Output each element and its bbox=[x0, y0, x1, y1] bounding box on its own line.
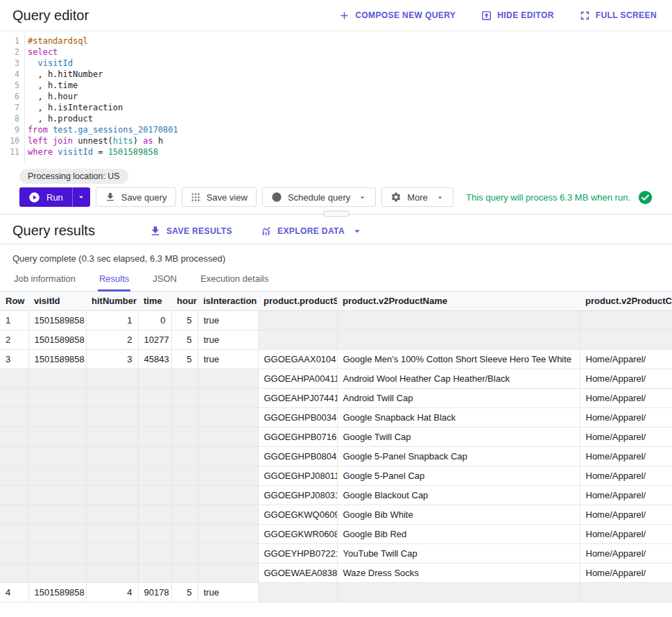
table-cell: GGOEAHPJ074410 bbox=[258, 388, 337, 407]
empty-cell bbox=[138, 563, 171, 582]
hide-editor-button[interactable]: HIDE EDITOR bbox=[481, 10, 554, 22]
column-header: Row bbox=[0, 291, 28, 310]
query-complete-summary: Query complete (0.3 sec elapsed, 6.3 MB … bbox=[0, 244, 672, 264]
table-cell: Google Snapback Hat Black bbox=[337, 407, 580, 427]
table-cell: 1501589858 bbox=[28, 310, 86, 330]
processing-location-chip: Processing location: US bbox=[19, 169, 128, 184]
table-row: GGOEAHPJ074410Android Twill CapHome/Appa… bbox=[0, 388, 672, 407]
empty-cell bbox=[28, 524, 86, 543]
sql-code[interactable]: #standardsqlselect visitId , h.hitNumber… bbox=[25, 31, 672, 163]
empty-cell bbox=[86, 407, 138, 427]
empty-cell bbox=[0, 427, 28, 446]
run-button[interactable]: Run bbox=[19, 187, 72, 207]
code-line: , h.hitNumber bbox=[28, 69, 672, 80]
schedule-query-button[interactable]: Schedule query bbox=[262, 187, 376, 207]
line-number: 6 bbox=[0, 91, 24, 102]
empty-cell bbox=[258, 582, 337, 602]
run-dropdown-button[interactable] bbox=[72, 187, 90, 207]
table-row: GGOEGHPJ080310Google Blackout CapHome/Ap… bbox=[0, 485, 672, 505]
chart-icon bbox=[260, 225, 273, 237]
table-row: GGOEGHPB003410Google Snapback Hat BlackH… bbox=[0, 407, 672, 427]
empty-cell bbox=[0, 543, 28, 563]
empty-cell bbox=[0, 407, 28, 427]
table-cell: 3 bbox=[86, 349, 138, 369]
explore-data-button[interactable]: EXPLORE DATA bbox=[260, 225, 363, 237]
gear-icon bbox=[390, 192, 402, 203]
empty-cell bbox=[171, 446, 198, 466]
empty-cell bbox=[580, 310, 672, 330]
empty-cell bbox=[171, 563, 198, 582]
table-row: GGOEGKWQ060910Google Bib WhiteHome/Appar… bbox=[0, 505, 672, 524]
empty-cell bbox=[28, 505, 86, 524]
table-cell: Home/Apparel/ bbox=[580, 524, 672, 543]
empty-cell bbox=[86, 485, 138, 505]
table-row: GGOEWAEA083899Waze Dress SocksHome/Appar… bbox=[0, 563, 672, 582]
code-line: where visitId = 1501589858 bbox=[28, 146, 672, 158]
empty-cell bbox=[138, 485, 171, 505]
tab-job-information[interactable]: Job information bbox=[12, 266, 77, 291]
table-cell: Home/Apparel/ bbox=[580, 369, 672, 388]
tab-results[interactable]: Results bbox=[98, 266, 130, 291]
line-number: 9 bbox=[0, 124, 24, 135]
table-cell: true bbox=[198, 582, 258, 602]
table-cell: 4 bbox=[0, 582, 28, 602]
compose-new-query-button[interactable]: COMPOSE NEW QUERY bbox=[338, 10, 456, 22]
table-row: 11501589858105true bbox=[0, 310, 672, 330]
save-view-label: Save view bbox=[207, 192, 248, 203]
table-cell: Google Bib Red bbox=[337, 524, 580, 543]
empty-cell bbox=[86, 427, 138, 446]
table-cell: GGOEGHPB071610 bbox=[258, 427, 337, 446]
save-view-button[interactable]: Save view bbox=[182, 187, 257, 207]
line-number: 4 bbox=[0, 69, 24, 80]
full-screen-label: FULL SCREEN bbox=[596, 10, 657, 20]
check-circle-icon bbox=[638, 190, 653, 205]
line-number: 1 bbox=[0, 35, 24, 47]
pane-splitter[interactable] bbox=[0, 210, 672, 218]
empty-cell bbox=[138, 466, 171, 485]
code-line: visitId bbox=[28, 58, 672, 69]
save-query-button[interactable]: Save query bbox=[96, 187, 176, 207]
table-header-row: RowvisitIdhitNumbertimehourisInteraction… bbox=[0, 291, 672, 310]
query-editor-header: Query editor COMPOSE NEW QUERY HIDE EDIT… bbox=[0, 0, 672, 31]
tab-json[interactable]: JSON bbox=[151, 266, 178, 291]
table-cell: Google 5-Panel Cap bbox=[337, 466, 580, 485]
table-cell: Home/Apparel/ bbox=[580, 505, 672, 524]
results-title: Query results bbox=[12, 223, 95, 239]
empty-cell bbox=[86, 543, 138, 563]
table-row: GGOEGHPB080410Google 5-Panel Snapback Ca… bbox=[0, 446, 672, 466]
table-cell: Home/Apparel/ bbox=[580, 563, 672, 582]
empty-cell bbox=[337, 310, 580, 330]
header-actions: COMPOSE NEW QUERY HIDE EDITOR FULL SCREE… bbox=[338, 10, 657, 22]
sql-editor[interactable]: 1234567891011 #standardsqlselect visitId… bbox=[0, 31, 672, 163]
compose-new-query-label: COMPOSE NEW QUERY bbox=[355, 10, 456, 20]
table-row: GGOEYHPB072210YouTube Twill CapHome/Appa… bbox=[0, 543, 672, 563]
table-row: 315015898583458435trueGGOEGAAX0104Google… bbox=[0, 349, 672, 369]
table-cell: Android Twill Cap bbox=[337, 388, 580, 407]
table-cell: GGOEGHPJ080110 bbox=[258, 466, 337, 485]
more-label: More bbox=[407, 192, 428, 203]
full-screen-button[interactable]: FULL SCREEN bbox=[579, 10, 657, 22]
empty-cell bbox=[171, 388, 198, 407]
tab-execution-details[interactable]: Execution details bbox=[199, 266, 270, 291]
empty-cell bbox=[580, 330, 672, 349]
code-line: , h.hour bbox=[28, 91, 672, 102]
table-cell: Home/Apparel/ bbox=[580, 427, 672, 446]
empty-cell bbox=[198, 407, 258, 427]
table-cell: 5 bbox=[171, 310, 198, 330]
save-results-button[interactable]: SAVE RESULTS bbox=[149, 225, 232, 237]
splitter-handle[interactable] bbox=[323, 211, 350, 217]
empty-cell bbox=[337, 582, 580, 602]
clock-icon bbox=[271, 192, 282, 203]
empty-cell bbox=[0, 563, 28, 582]
column-header: product.productSKU bbox=[258, 291, 337, 310]
line-number: 3 bbox=[0, 58, 24, 69]
empty-cell bbox=[0, 446, 28, 466]
table-cell: Home/Apparel/ bbox=[580, 388, 672, 407]
column-header: product.v2ProductCate bbox=[580, 291, 672, 310]
empty-cell bbox=[171, 369, 198, 388]
empty-cell bbox=[28, 369, 86, 388]
empty-cell bbox=[28, 563, 86, 582]
more-button[interactable]: More bbox=[381, 187, 454, 207]
empty-cell bbox=[28, 446, 86, 466]
table-cell: Home/Apparel/ bbox=[580, 446, 672, 466]
